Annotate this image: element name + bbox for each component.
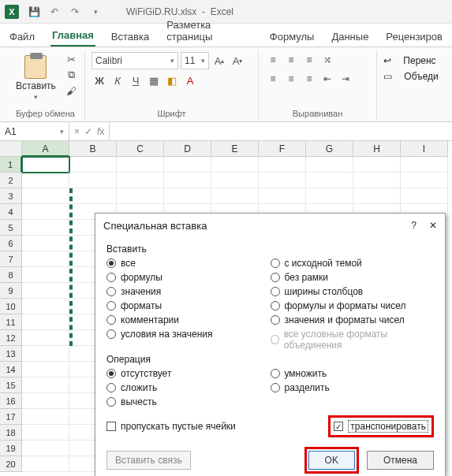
cell[interactable] xyxy=(69,157,117,173)
row-header[interactable]: 16 xyxy=(0,393,22,409)
cell[interactable] xyxy=(401,188,448,204)
italic-button[interactable]: К xyxy=(110,73,125,88)
col-header[interactable]: E xyxy=(211,141,259,157)
radio-paste-value-number[interactable]: значения и форматы чисел xyxy=(271,314,435,325)
cell[interactable] xyxy=(259,173,306,188)
format-painter-icon[interactable]: 🖌 xyxy=(64,84,80,98)
cancel-formula-icon[interactable]: × xyxy=(74,126,80,137)
radio-op-add[interactable]: сложить xyxy=(106,382,271,393)
cell[interactable] xyxy=(69,188,117,204)
cell[interactable] xyxy=(22,314,69,330)
cell[interactable] xyxy=(22,173,69,188)
radio-paste-formula-number[interactable]: формулы и форматы чисел xyxy=(271,300,435,311)
cell[interactable] xyxy=(164,173,211,188)
cell[interactable] xyxy=(22,283,69,299)
cell[interactable] xyxy=(22,236,69,251)
underline-button[interactable]: Ч xyxy=(128,73,144,88)
row-header[interactable]: 1 xyxy=(0,157,22,173)
tab-formulas[interactable]: Формулы xyxy=(268,27,316,46)
tab-insert[interactable]: Вставка xyxy=(110,27,151,46)
cell[interactable] xyxy=(22,362,69,377)
cell[interactable] xyxy=(211,173,259,188)
cell[interactable] xyxy=(22,267,69,283)
cancel-button[interactable]: Отмена xyxy=(367,451,434,470)
merge-button[interactable]: ▭ Объеди xyxy=(383,71,439,82)
cell[interactable] xyxy=(22,220,69,236)
radio-paste-all[interactable]: все xyxy=(106,258,271,269)
radio-paste-colwidth[interactable]: ширины столбцов xyxy=(271,286,435,297)
radio-op-sub[interactable]: вычесть xyxy=(106,396,271,407)
row-header[interactable]: 17 xyxy=(0,409,22,425)
increase-font-icon[interactable]: A▴ xyxy=(211,53,227,69)
cell[interactable] xyxy=(401,157,448,173)
cell[interactable] xyxy=(22,377,69,393)
cell[interactable] xyxy=(259,188,306,204)
row-header[interactable]: 2 xyxy=(0,173,22,188)
col-header[interactable]: I xyxy=(401,141,448,157)
decrease-font-icon[interactable]: A▾ xyxy=(230,53,245,69)
row-header[interactable]: 15 xyxy=(0,377,22,393)
row-header[interactable]: 4 xyxy=(0,204,22,220)
col-header[interactable]: A xyxy=(22,141,69,157)
enter-formula-icon[interactable]: ✓ xyxy=(84,126,92,137)
copy-icon[interactable]: ⧉ xyxy=(64,68,80,82)
cell[interactable] xyxy=(69,173,117,188)
fx-icon[interactable]: fx xyxy=(97,126,104,137)
wrap-text-button[interactable]: ↩ Перенс xyxy=(383,55,436,66)
radio-paste-noborder[interactable]: без рамки xyxy=(271,272,435,283)
row-header[interactable]: 3 xyxy=(0,188,22,204)
radio-paste-values[interactable]: значения xyxy=(106,286,271,297)
row-header[interactable]: 10 xyxy=(0,299,22,314)
qat-customize-icon[interactable]: ▾ xyxy=(88,5,103,19)
radio-paste-formulas[interactable]: формулы xyxy=(106,272,271,283)
align-bottom-icon[interactable]: ≡ xyxy=(301,52,317,68)
cell[interactable] xyxy=(22,188,69,204)
cell[interactable] xyxy=(164,157,211,173)
font-name-select[interactable]: Calibri▾ xyxy=(92,52,178,69)
row-header[interactable]: 19 xyxy=(0,441,22,456)
radio-paste-comments[interactable]: комментарии xyxy=(106,314,271,325)
align-right-icon[interactable]: ≡ xyxy=(301,71,317,87)
bold-button[interactable]: Ж xyxy=(92,73,107,88)
cell[interactable] xyxy=(22,456,69,472)
col-header[interactable]: C xyxy=(117,141,164,157)
align-left-icon[interactable]: ≡ xyxy=(265,71,281,87)
row-header[interactable]: 6 xyxy=(0,236,22,251)
cell[interactable] xyxy=(22,441,69,456)
cell[interactable] xyxy=(211,157,259,173)
checkbox-skip-blanks[interactable]: пропускать пустые ячейки xyxy=(106,421,236,432)
ok-button[interactable]: OK xyxy=(308,451,355,470)
row-header[interactable]: 12 xyxy=(0,330,22,346)
formula-input[interactable] xyxy=(110,122,452,140)
fill-color-button[interactable]: ◧ xyxy=(164,73,180,88)
cell[interactable] xyxy=(22,157,69,173)
radio-paste-theme[interactable]: с исходной темой xyxy=(271,258,435,269)
col-header[interactable]: B xyxy=(69,141,117,157)
cell[interactable] xyxy=(22,425,69,441)
cell[interactable] xyxy=(117,157,164,173)
tab-review[interactable]: Рецензиров xyxy=(384,27,444,46)
row-header[interactable]: 18 xyxy=(0,425,22,441)
name-box[interactable]: A1▾ xyxy=(0,122,69,140)
redo-icon[interactable]: ↷ xyxy=(68,5,82,19)
row-header[interactable]: 9 xyxy=(0,283,22,299)
cell[interactable] xyxy=(22,409,69,425)
indent-decrease-icon[interactable]: ⇤ xyxy=(319,71,335,87)
row-header[interactable]: 8 xyxy=(0,267,22,283)
cell[interactable] xyxy=(117,188,164,204)
cell[interactable] xyxy=(22,204,69,220)
cell[interactable] xyxy=(22,346,69,362)
undo-icon[interactable]: ↶ xyxy=(47,5,62,19)
cell[interactable] xyxy=(353,173,401,188)
tab-home[interactable]: Главная xyxy=(50,25,95,46)
radio-paste-formats[interactable]: форматы xyxy=(106,300,271,311)
col-header[interactable]: H xyxy=(353,141,401,157)
align-middle-icon[interactable]: ≡ xyxy=(283,52,299,68)
cut-icon[interactable]: ✂ xyxy=(64,52,80,66)
font-color-button[interactable]: A xyxy=(182,73,198,88)
cell[interactable] xyxy=(353,188,401,204)
close-icon[interactable]: ✕ xyxy=(429,220,437,231)
col-header[interactable]: G xyxy=(306,141,353,157)
col-header[interactable]: D xyxy=(164,141,211,157)
radio-op-none[interactable]: отсутствует xyxy=(106,368,271,379)
